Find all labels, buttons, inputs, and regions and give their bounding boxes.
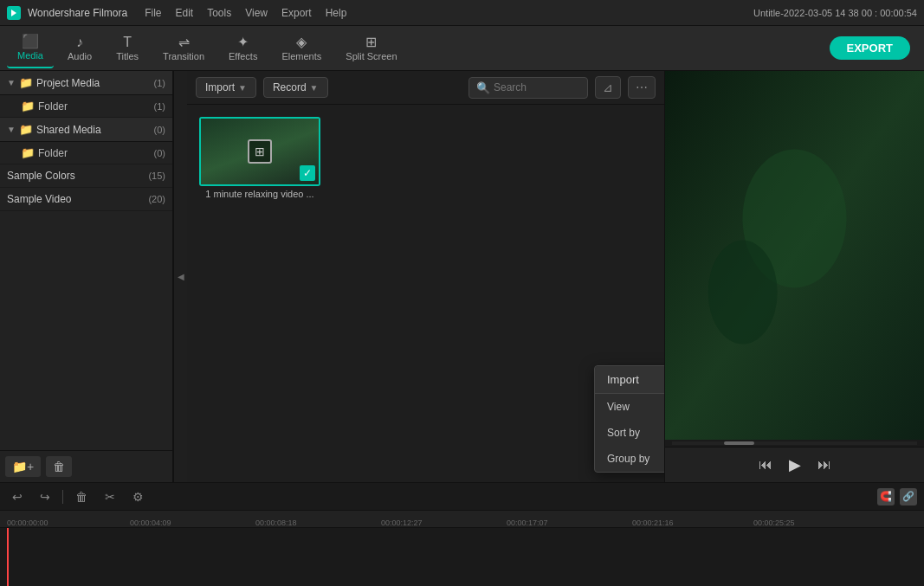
delete-button[interactable]: 🗑 xyxy=(70,488,93,506)
sample-colors-count: (15) xyxy=(148,171,165,181)
ruler-mark-4: 00:00:17:07 xyxy=(507,518,548,527)
toolbar-effects[interactable]: ✦ Effects xyxy=(218,29,268,68)
project-media-count: (1) xyxy=(154,78,165,88)
titles-icon: T xyxy=(123,35,132,49)
context-menu-item-groupby[interactable]: Group by ▶ xyxy=(595,446,664,472)
cut-button[interactable]: ✂ xyxy=(100,488,120,506)
app-logo xyxy=(7,6,21,20)
snap-button[interactable]: 🧲 xyxy=(877,488,895,506)
media-panel-toolbar: Import ▼ Record ▼ 🔍 ⊿ ⋯ xyxy=(187,71,664,105)
toolbar-media[interactable]: ⬛ Media xyxy=(7,29,54,68)
menu-view[interactable]: View xyxy=(245,7,268,19)
search-input[interactable] xyxy=(494,81,580,93)
sidebar-item-project-media[interactable]: ▼ 📁 Project Media (1) xyxy=(0,71,172,95)
shared-media-arrow: ▼ xyxy=(7,125,16,134)
menu-edit[interactable]: Edit xyxy=(176,7,194,19)
preview-prev-button[interactable]: ⏮ xyxy=(755,454,776,476)
media-item-label: 1 minute relaxing video ... xyxy=(199,189,320,199)
project-title: Untitle-2022-03-05 14 38 00 : 00:00:54 xyxy=(753,8,917,18)
transition-icon: ⇌ xyxy=(178,35,190,49)
svg-point-3 xyxy=(708,241,778,345)
sidebar-item-shared-media-folder[interactable]: 📁 Folder (0) xyxy=(0,142,172,164)
preview-next-button[interactable]: ⏭ xyxy=(814,454,835,476)
project-media-arrow: ▼ xyxy=(7,78,16,87)
import-dropdown[interactable]: Import ▼ xyxy=(196,77,256,98)
media-icon: ⬛ xyxy=(22,35,39,48)
context-menu: Import View ▶ Sort by ▶ Group by ▶ xyxy=(594,365,664,473)
shared-media-folder-label: Folder xyxy=(38,147,151,159)
toolbar-transition[interactable]: ⇌ Transition xyxy=(152,29,215,68)
shared-media-folder-count: (0) xyxy=(154,148,165,158)
ruler-mark-1: 00:00:04:09 xyxy=(130,518,171,527)
media-item[interactable]: ⊞ ✓ 1 minute relaxing video ... xyxy=(199,117,320,199)
menu-tools[interactable]: Tools xyxy=(207,7,231,19)
media-grid: ⊞ ✓ 1 minute relaxing video ... xyxy=(187,105,664,482)
menu-help[interactable]: Help xyxy=(326,7,347,19)
link-button[interactable]: 🔗 xyxy=(900,488,917,506)
toolbar-effects-label: Effects xyxy=(229,51,257,61)
sidebar-item-project-media-folder[interactable]: 📁 Folder (1) xyxy=(0,95,172,118)
record-dropdown-arrow: ▼ xyxy=(310,83,319,93)
preview-controls: ⏮ ▶ ⏭ xyxy=(665,447,924,482)
delete-folder-button[interactable]: 🗑 xyxy=(46,456,72,477)
record-dropdown[interactable]: Record ▼ xyxy=(263,77,328,98)
context-menu-item-view[interactable]: View ▶ xyxy=(595,394,664,420)
search-box: 🔍 xyxy=(468,77,588,99)
toolbar-splitscreen-label: Split Screen xyxy=(346,51,397,61)
toolbar-audio-label: Audio xyxy=(68,51,92,61)
search-icon: 🔍 xyxy=(476,81,490,94)
context-menu-title: Import xyxy=(595,366,664,394)
undo-button[interactable]: ↩ xyxy=(7,488,28,506)
new-folder-button[interactable]: 📁+ xyxy=(5,456,41,477)
record-label: Record xyxy=(273,81,307,93)
filter-button[interactable]: ⊿ xyxy=(595,76,621,99)
sidebar-item-shared-media[interactable]: ▼ 📁 Shared Media (0) xyxy=(0,118,172,142)
sidebar-item-sample-colors[interactable]: Sample Colors (15) xyxy=(0,164,172,188)
splitscreen-icon: ⊞ xyxy=(365,35,377,49)
timeline-area: ↩ ↪ 🗑 ✂ ⚙ 🧲 🔗 00:00:00:00 00:00:04:09 00… xyxy=(0,482,924,586)
menu-bar: File Edit Tools View Export Help xyxy=(145,7,346,19)
preview-play-button[interactable]: ▶ xyxy=(783,453,807,477)
folder-icon: 📁 xyxy=(21,100,35,113)
shared-media-count: (0) xyxy=(154,125,165,135)
context-menu-item-sortby[interactable]: Sort by ▶ xyxy=(595,420,664,446)
sidebar: ▼ 📁 Project Media (1) 📁 Folder (1) ▼ 📁 S… xyxy=(0,71,173,482)
main-toolbar: ⬛ Media ♪ Audio T Titles ⇌ Transition ✦ … xyxy=(0,26,924,71)
shared-media-label: Shared Media xyxy=(36,124,151,136)
project-media-folder-icon: 📁 xyxy=(19,76,33,89)
toolbar-audio[interactable]: ♪ Audio xyxy=(57,29,102,68)
sample-video-count: (20) xyxy=(148,194,165,204)
toolbar-titles[interactable]: T Titles xyxy=(106,29,149,68)
export-button[interactable]: EXPORT xyxy=(830,36,910,60)
toolbar-splitscreen[interactable]: ⊞ Split Screen xyxy=(335,29,407,68)
import-label: Import xyxy=(205,81,235,93)
sidebar-bottom: 📁+ 🗑 xyxy=(0,450,172,482)
menu-file[interactable]: File xyxy=(145,7,161,19)
toolbar-titles-label: Titles xyxy=(116,51,139,61)
effects-icon: ✦ xyxy=(237,35,249,49)
titlebar-right: Untitle-2022-03-05 14 38 00 : 00:00:54 xyxy=(753,8,917,18)
menu-export[interactable]: Export xyxy=(281,7,312,19)
shared-media-folder-icon: 📁 xyxy=(19,123,33,136)
sidebar-collapse-button[interactable]: ◀ xyxy=(173,71,187,482)
media-panel: Import ▼ Record ▼ 🔍 ⊿ ⋯ ⊞ ✓ 1 m xyxy=(187,71,664,482)
timeline-divider-1 xyxy=(62,490,63,504)
sample-colors-label: Sample Colors xyxy=(7,170,148,182)
timeline-right-buttons: 🧲 🔗 xyxy=(877,488,917,506)
media-thumb-image: ⊞ ✓ xyxy=(199,117,320,186)
more-button[interactable]: ⋯ xyxy=(628,76,656,99)
toolbar-elements[interactable]: ◈ Elements xyxy=(271,29,332,68)
elements-icon: ◈ xyxy=(296,35,307,49)
preview-screen xyxy=(665,71,924,440)
main-area: ▼ 📁 Project Media (1) 📁 Folder (1) ▼ 📁 S… xyxy=(0,71,924,482)
settings-button[interactable]: ⚙ xyxy=(127,488,149,506)
ruler-mark-6: 00:00:25:25 xyxy=(753,518,795,527)
redo-button[interactable]: ↪ xyxy=(35,488,55,506)
context-menu-sortby-label: Sort by xyxy=(607,427,640,439)
timeline-ruler: 00:00:00:00 00:00:04:09 00:00:08:18 00:0… xyxy=(0,511,924,528)
timeline-tracks[interactable] xyxy=(0,528,924,586)
audio-icon: ♪ xyxy=(76,35,83,49)
sidebar-item-sample-video[interactable]: Sample Video (20) xyxy=(0,188,172,211)
project-media-folder-count: (1) xyxy=(154,101,165,112)
ruler-mark-3: 00:00:12:27 xyxy=(381,518,423,527)
